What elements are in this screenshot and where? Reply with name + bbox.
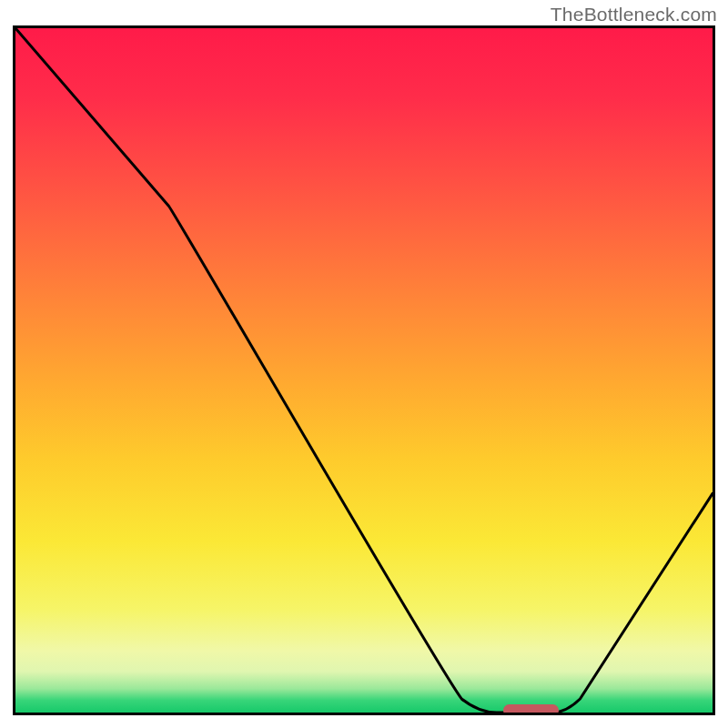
chart-frame (13, 25, 715, 715)
watermark-text: TheBottleneck.com (551, 4, 717, 25)
optimum-marker (503, 704, 559, 715)
bottleneck-curve-path (15, 28, 713, 713)
chart-curve (15, 28, 713, 713)
